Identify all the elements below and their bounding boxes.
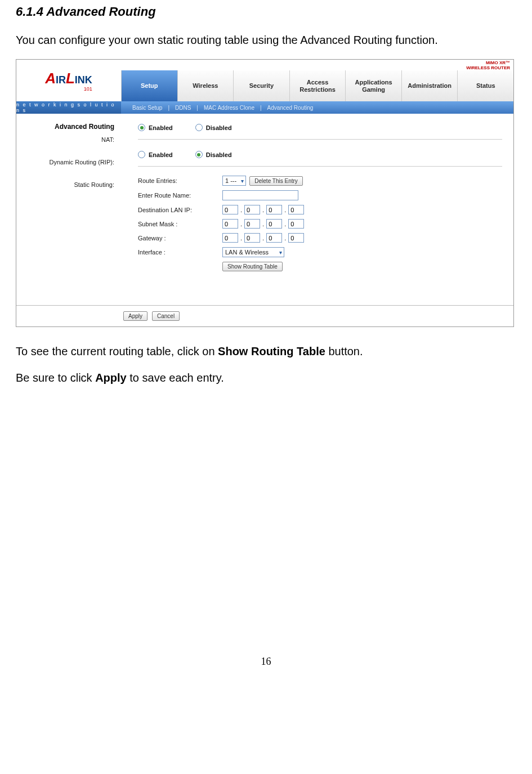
gateway-label: Gateway : bbox=[138, 235, 222, 241]
dest-ip-row: Destination LAN IP: . . . bbox=[138, 205, 502, 214]
ip-octet-input[interactable] bbox=[266, 205, 282, 214]
sidebar-label-static: Static Routing: bbox=[16, 181, 114, 188]
interface-select[interactable]: LAN & Wireless bbox=[222, 247, 284, 257]
ip-dot: . bbox=[240, 207, 242, 213]
intro-text: You can configure your own static routin… bbox=[16, 33, 516, 48]
subnav-mac-clone[interactable]: MAC Address Clone bbox=[198, 105, 260, 111]
sidebar: Advanced Routing NAT: Dynamic Routing (R… bbox=[16, 114, 121, 305]
subnav-advanced-routing[interactable]: Advanced Routing bbox=[262, 105, 319, 111]
sidebar-label-nat: NAT: bbox=[16, 136, 114, 143]
content-panel: Enabled Disabled Enabled Disabled Ro bbox=[121, 114, 513, 305]
bold-show-routing-table: Show Routing Table bbox=[218, 345, 325, 357]
show-routing-row: Show Routing Table bbox=[138, 262, 502, 271]
sub-nav: Basic Setup | DDNS | MAC Address Clone |… bbox=[121, 101, 513, 114]
ip-octet-input[interactable] bbox=[288, 205, 304, 214]
tab-administration[interactable]: Administration bbox=[401, 70, 458, 101]
delete-entry-button[interactable]: Delete This Entry bbox=[249, 176, 303, 186]
nat-enabled-radio[interactable]: Enabled bbox=[138, 124, 173, 131]
gateway-input-group: . . . bbox=[222, 233, 304, 243]
top-bar: AIRLINK 101 Setup Wireless Security Acce… bbox=[16, 60, 513, 101]
radio-dot-icon bbox=[138, 151, 145, 158]
subnav-basic-setup[interactable]: Basic Setup bbox=[127, 105, 168, 111]
apply-button[interactable]: Apply bbox=[123, 311, 147, 321]
ip-octet-input[interactable] bbox=[244, 233, 260, 243]
ip-dot: . bbox=[240, 235, 242, 241]
ip-octet-input[interactable] bbox=[244, 205, 260, 214]
nat-disabled-radio[interactable]: Disabled bbox=[195, 124, 232, 131]
dest-ip-label: Destination LAN IP: bbox=[138, 207, 222, 213]
tab-status[interactable]: Status bbox=[457, 70, 513, 101]
ip-octet-input[interactable] bbox=[266, 233, 282, 243]
brand-logo: AIRLINK bbox=[45, 74, 92, 86]
logo-letter-l: L bbox=[66, 70, 75, 87]
logo-area: AIRLINK 101 bbox=[16, 60, 121, 101]
radio-label: Disabled bbox=[206, 124, 232, 131]
cancel-button[interactable]: Cancel bbox=[152, 311, 180, 321]
ip-dot: . bbox=[262, 235, 264, 241]
rip-row: Enabled Disabled bbox=[138, 149, 502, 167]
sub-nav-row: n e t w o r k i n g s o l u t i o n s Ba… bbox=[16, 101, 513, 114]
logo-letters-ink: INK bbox=[75, 74, 92, 86]
ip-octet-input[interactable] bbox=[222, 205, 238, 214]
ip-octet-input[interactable] bbox=[288, 219, 304, 229]
route-name-input[interactable] bbox=[222, 190, 298, 200]
gateway-row: Gateway : . . . bbox=[138, 233, 502, 243]
ip-octet-input[interactable] bbox=[222, 233, 238, 243]
ip-octet-input[interactable] bbox=[266, 219, 282, 229]
config-body: Advanced Routing NAT: Dynamic Routing (R… bbox=[16, 114, 513, 305]
tab-wireless[interactable]: Wireless bbox=[177, 70, 234, 101]
brand-tagline: n e t w o r k i n g s o l u t i o n s bbox=[16, 101, 121, 114]
ip-dot: . bbox=[284, 221, 286, 227]
interface-row: Interface : LAN & Wireless bbox=[138, 247, 502, 257]
rip-enabled-radio[interactable]: Enabled bbox=[138, 151, 173, 158]
subnet-row: Subnet Mask : . . . bbox=[138, 219, 502, 229]
section-heading: 6.1.4 Advanced Routing bbox=[16, 5, 516, 19]
radio-label: Enabled bbox=[149, 124, 173, 131]
route-entries-row: Route Entries: 1 --- Delete This Entry bbox=[138, 176, 502, 186]
tab-applications-gaming[interactable]: Applications Gaming bbox=[345, 70, 401, 101]
text-fragment: To see the current routing table, click … bbox=[16, 345, 218, 357]
rip-disabled-radio[interactable]: Disabled bbox=[195, 151, 232, 158]
badge-line2: WIRELESS ROUTER bbox=[466, 65, 510, 70]
ip-dot: . bbox=[284, 235, 286, 241]
logo-letters-ir: IR bbox=[56, 74, 66, 86]
badge-line1: MIMO XR™ bbox=[486, 60, 510, 65]
tab-security[interactable]: Security bbox=[233, 70, 289, 101]
show-routing-table-button[interactable]: Show Routing Table bbox=[222, 262, 283, 271]
tab-access-restrictions[interactable]: Access Restrictions bbox=[289, 70, 346, 101]
sidebar-title: Advanced Routing bbox=[16, 123, 114, 131]
dest-ip-input-group: . . . bbox=[222, 205, 304, 214]
router-admin-screenshot: MIMO XR™ WIRELESS ROUTER AIRLINK 101 Set… bbox=[16, 59, 514, 327]
route-entries-label: Route Entries: bbox=[138, 177, 222, 184]
radio-dot-icon bbox=[195, 151, 203, 158]
footer-buttons: Apply Cancel bbox=[16, 305, 513, 326]
radio-label: Disabled bbox=[206, 151, 232, 158]
route-entries-select[interactable]: 1 --- bbox=[222, 176, 246, 186]
nat-row: Enabled Disabled bbox=[138, 122, 502, 140]
logo-letter-a: A bbox=[45, 70, 56, 87]
text-fragment: to save each entry. bbox=[127, 372, 224, 384]
route-name-row: Enter Route Name: bbox=[138, 190, 502, 200]
radio-label: Enabled bbox=[149, 151, 173, 158]
subnet-label: Subnet Mask : bbox=[138, 221, 222, 227]
radio-dot-icon bbox=[195, 124, 203, 131]
radio-dot-icon bbox=[138, 124, 145, 131]
page-number: 16 bbox=[16, 656, 516, 668]
ip-dot: . bbox=[262, 207, 264, 213]
ip-octet-input[interactable] bbox=[222, 219, 238, 229]
subnav-ddns[interactable]: DDNS bbox=[169, 105, 196, 111]
ip-octet-input[interactable] bbox=[244, 219, 260, 229]
text-fragment: Be sure to click bbox=[16, 372, 95, 384]
tab-setup[interactable]: Setup bbox=[121, 70, 177, 101]
logo-sub: 101 bbox=[45, 86, 92, 92]
para-routing-table: To see the current routing table, click … bbox=[16, 344, 516, 359]
interface-label: Interface : bbox=[138, 249, 222, 256]
ip-octet-input[interactable] bbox=[288, 233, 304, 243]
ip-dot: . bbox=[262, 221, 264, 227]
subnet-input-group: . . . bbox=[222, 219, 304, 229]
ip-dot: . bbox=[284, 207, 286, 213]
route-name-label: Enter Route Name: bbox=[138, 192, 222, 199]
ip-dot: . bbox=[240, 221, 242, 227]
text-fragment: button. bbox=[325, 345, 363, 357]
product-badge: MIMO XR™ WIRELESS ROUTER bbox=[466, 61, 510, 71]
